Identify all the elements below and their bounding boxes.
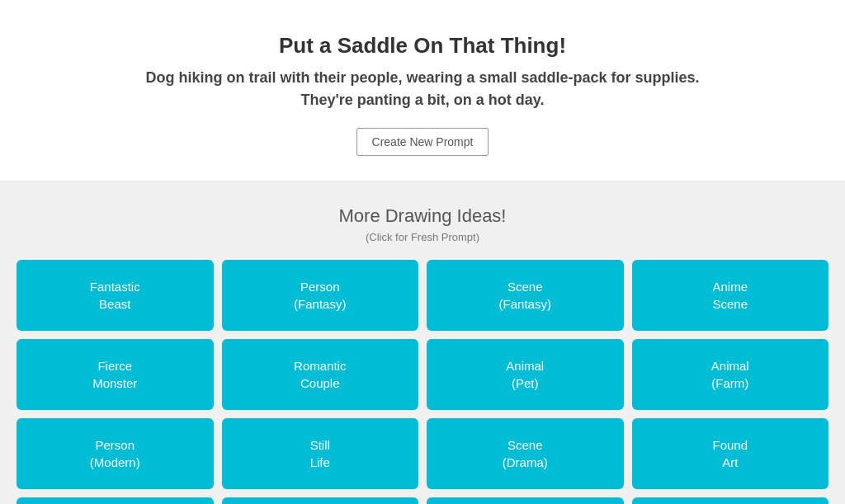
grid-item[interactable]: Person(History): [222, 497, 419, 504]
grid-item[interactable]: Animal(Pet): [427, 339, 624, 410]
ideas-grid: FantasticBeastPerson(Fantasy)Scene(Fanta…: [17, 260, 828, 504]
grid-item[interactable]: StillLife: [222, 418, 419, 489]
grid-item[interactable]: FoundArt: [632, 418, 829, 489]
hero-section: Put a Saddle On That Thing! Dog hiking o…: [0, 0, 845, 181]
ideas-section: More Drawing Ideas! (Click for Fresh Pro…: [0, 181, 845, 504]
hero-description-line1: Dog hiking on trail with their people, w…: [145, 69, 699, 86]
grid-item[interactable]: Scene(Drama): [427, 418, 624, 489]
grid-item[interactable]: Person(Modern): [17, 418, 214, 489]
hero-title: Put a Saddle On That Thing!: [17, 33, 828, 59]
ideas-title: More Drawing Ideas!: [17, 205, 828, 227]
grid-item[interactable]: Thing(Vehicle): [632, 497, 829, 504]
grid-item[interactable]: Person(Fantasy): [222, 260, 419, 331]
grid-item[interactable]: Animal(Farm): [632, 339, 829, 410]
grid-item[interactable]: Scene(Fantasy): [427, 260, 624, 331]
grid-item[interactable]: AnimeScene: [632, 260, 829, 331]
grid-item[interactable]: InstagramPosers: [17, 497, 214, 504]
grid-item[interactable]: Scene(History): [427, 497, 624, 504]
hero-description: Dog hiking on trail with their people, w…: [17, 67, 828, 111]
grid-item[interactable]: RomanticCouple: [222, 339, 419, 410]
hero-description-line2: They're panting a bit, on a hot day.: [301, 92, 545, 108]
grid-item[interactable]: FantasticBeast: [17, 260, 214, 331]
create-new-prompt-button[interactable]: Create New Prompt: [356, 128, 489, 156]
ideas-subtitle: (Click for Fresh Prompt): [17, 231, 828, 243]
grid-item[interactable]: FierceMonster: [17, 339, 214, 410]
